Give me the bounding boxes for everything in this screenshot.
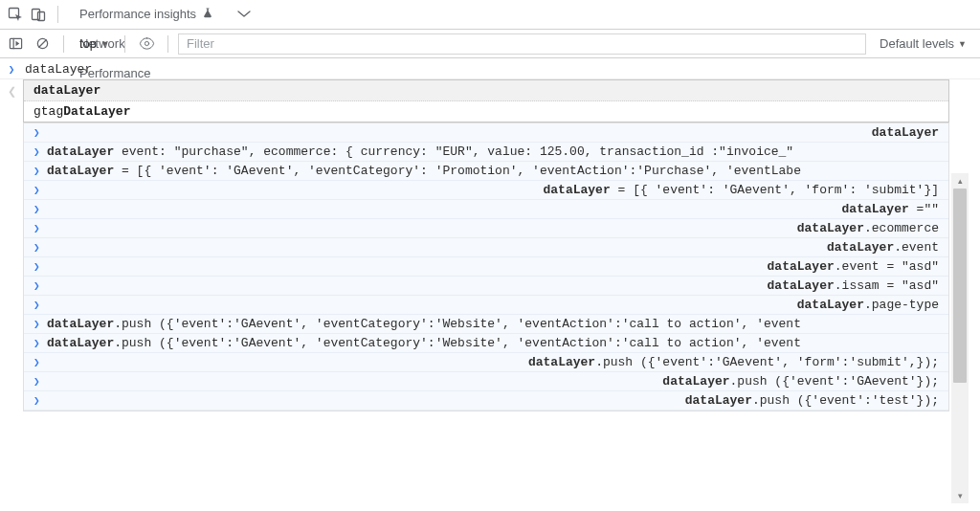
prompt-chevron-icon: ❯ xyxy=(33,184,47,196)
history-fragment: ="" xyxy=(909,202,939,216)
history-fragment: .page-type xyxy=(864,298,939,312)
history-match: dataLayer xyxy=(827,240,894,255)
scroll-thumb[interactable] xyxy=(953,189,967,383)
history-fragment: = [{ 'event': 'GAevent', 'form': 'submit… xyxy=(611,183,939,197)
prompt-chevron-icon: ❯ xyxy=(33,375,47,388)
suggestion-item[interactable]: gtagDataLayer xyxy=(24,101,948,122)
prompt-chevron-icon: ❯ xyxy=(33,222,47,234)
scroll-down-icon[interactable]: ▾ xyxy=(951,488,969,503)
history-row[interactable]: ❯dataLayer.push ({'event':'test'}); xyxy=(24,391,948,411)
console-history: ❯dataLayer❯dataLayer event: "purchase", … xyxy=(23,122,949,411)
divider xyxy=(167,35,168,53)
history-match: dataLayer xyxy=(797,221,864,235)
history-match: dataLayer xyxy=(797,298,864,312)
history-row[interactable]: ❯dataLayer ="" xyxy=(24,200,948,219)
history-text: dataLayer.page-type xyxy=(47,298,939,312)
suggestion-match: DataLayer xyxy=(63,104,130,119)
prompt-chevron-icon: ❯ xyxy=(33,203,47,215)
chevron-down-icon: ▼ xyxy=(958,39,967,49)
autocomplete-suggestions: dataLayergtagDataLayer xyxy=(23,79,949,122)
log-levels-selector[interactable]: Default levels ▼ xyxy=(870,30,976,58)
history-match: dataLayer xyxy=(662,374,729,389)
history-fragment: .push ({'event':'GAevent', 'eventCategor… xyxy=(114,317,801,331)
history-fragment: .push ({'event':'test'}); xyxy=(752,393,939,408)
prompt-chevron-icon: ❯ xyxy=(33,241,47,254)
live-expression-icon[interactable] xyxy=(135,33,158,56)
history-match: dataLayer xyxy=(768,259,835,274)
scroll-up-icon[interactable]: ▴ xyxy=(951,173,969,189)
filter-input[interactable] xyxy=(178,33,866,55)
history-row[interactable]: ❯dataLayer.issam = "asd" xyxy=(24,277,948,296)
history-row[interactable]: ❯dataLayer event: "purchase", ecommerce:… xyxy=(24,143,948,162)
tab-label: Performance insights xyxy=(79,0,196,29)
console-toolbar: top ▼ Default levels ▼ xyxy=(0,30,980,58)
toggle-sidebar-icon[interactable] xyxy=(4,33,27,56)
divider xyxy=(57,6,58,23)
history-row[interactable]: ❯dataLayer.push ({'event':'GAevent', 'fo… xyxy=(24,353,948,372)
context-label: top xyxy=(79,36,97,51)
history-fragment: = [{ 'event': 'GAevent', 'eventCategory'… xyxy=(114,164,801,178)
history-fragment: .event = "asd" xyxy=(835,259,939,274)
history-match: dataLayer xyxy=(47,317,114,331)
history-fragment: .push ({'event':'GAevent', 'form':'submi… xyxy=(595,355,939,369)
svg-rect-1 xyxy=(33,10,40,20)
history-text: dataLayer xyxy=(47,125,939,140)
history-text: dataLayer.event = "asd" xyxy=(47,259,939,274)
history-match: dataLayer xyxy=(685,393,752,408)
scrollbar[interactable]: ▴ ▾ xyxy=(951,173,969,503)
prompt-chevron-icon: ❯ xyxy=(33,394,47,407)
device-toolbar-icon[interactable] xyxy=(27,3,50,26)
levels-label: Default levels xyxy=(880,36,954,51)
inspect-element-icon[interactable] xyxy=(4,3,27,26)
history-row[interactable]: ❯dataLayer = [{ 'event': 'GAevent', 'for… xyxy=(24,181,948,200)
tab-performance-insights[interactable]: Performance insights xyxy=(66,0,227,30)
history-row[interactable]: ❯dataLayer.push ({'event':'GAevent', 'ev… xyxy=(24,315,948,334)
history-row[interactable]: ❯dataLayer.push ({'event':'GAevent'}); xyxy=(24,372,948,391)
prompt-chevron-icon: ❯ xyxy=(6,63,17,76)
history-row[interactable]: ❯dataLayer.event = "asd" xyxy=(24,257,948,277)
chevron-down-icon: ▼ xyxy=(100,39,109,49)
history-row[interactable]: ❯dataLayer.page-type xyxy=(24,296,948,315)
history-fragment: event: "purchase", ecommerce: { currency… xyxy=(114,144,793,159)
history-row[interactable]: ❯dataLayer.event xyxy=(24,238,948,257)
history-row[interactable]: ❯dataLayer = [{ 'event': 'GAevent', 'eve… xyxy=(24,162,948,181)
prompt-chevron-icon: ❯ xyxy=(33,165,47,177)
history-fragment: .push ({'event':'GAevent', 'eventCategor… xyxy=(114,336,801,350)
history-text: dataLayer.push ({'event':'GAevent', 'eve… xyxy=(47,317,939,331)
history-text: dataLayer.issam = "asd" xyxy=(47,278,939,293)
prompt-chevron-icon: ❯ xyxy=(33,126,47,139)
suggestion-item[interactable]: dataLayer xyxy=(24,80,948,101)
history-fragment: .issam = "asd" xyxy=(835,278,939,293)
history-text: dataLayer.ecommerce xyxy=(47,221,939,235)
svg-point-5 xyxy=(145,41,148,45)
prompt-chevron-icon: ❯ xyxy=(33,279,47,292)
history-fragment: .ecommerce xyxy=(864,221,939,235)
console-body: ❮ dataLayergtagDataLayer ❯dataLayer❯data… xyxy=(0,79,980,509)
prompt-text: dataLayer xyxy=(25,62,92,77)
history-text: dataLayer = [{ 'event': 'GAevent', 'form… xyxy=(47,183,939,197)
history-match: dataLayer xyxy=(842,202,909,216)
history-row[interactable]: ❯dataLayer.ecommerce xyxy=(24,219,948,238)
history-match: dataLayer xyxy=(47,336,114,350)
clear-console-icon[interactable] xyxy=(31,33,54,56)
history-match: dataLayer xyxy=(544,183,611,197)
prompt-chevron-icon: ❯ xyxy=(33,356,47,368)
scroll-track[interactable] xyxy=(951,189,969,488)
history-text: dataLayer.push ({'event':'GAevent'}); xyxy=(47,374,939,389)
history-fragment: .push ({'event':'GAevent'}); xyxy=(730,374,939,389)
history-row[interactable]: ❯dataLayer xyxy=(24,123,948,143)
history-match: dataLayer xyxy=(872,125,939,140)
execution-context-selector[interactable]: top ▼ xyxy=(74,33,115,55)
prompt-chevron-icon: ❯ xyxy=(33,318,47,330)
prompt-chevron-icon: ❯ xyxy=(33,299,47,311)
suggestion-pre: gtag xyxy=(33,104,63,119)
more-tabs-button[interactable] xyxy=(227,6,261,24)
flask-icon xyxy=(202,0,213,29)
prompt-chevron-icon: ❯ xyxy=(33,260,47,273)
devtools-tabstrip: ElementsConsoleSourcesPerformance insigh… xyxy=(0,0,980,30)
history-text: dataLayer ="" xyxy=(47,202,939,216)
history-row[interactable]: ❯dataLayer.push ({'event':'GAevent', 'ev… xyxy=(24,334,948,353)
divider xyxy=(124,35,125,53)
divider xyxy=(63,35,64,53)
history-match: dataLayer xyxy=(768,278,835,293)
